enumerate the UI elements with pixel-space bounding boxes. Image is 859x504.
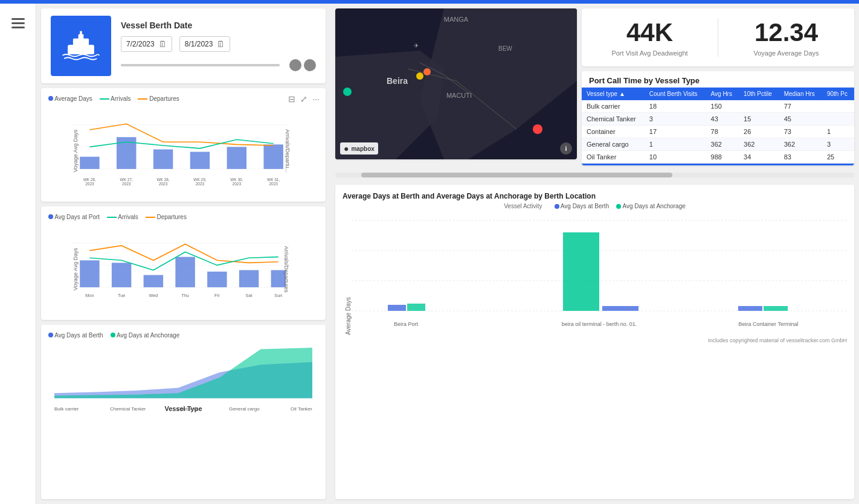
cell-count: 17 [645,126,706,138]
chart1-y-label: Voyage Avg Days [72,129,79,171]
col-10th-pctile: 10th Pctile [739,88,779,100]
svg-rect-41 [239,270,259,287]
svg-rect-38 [144,275,163,287]
cell-vessel-type: Chemical Tanker [582,113,645,126]
cell-count: 1 [645,138,706,151]
col-count: Count Berth Visits [645,88,706,100]
hamburger-menu[interactable] [7,13,30,33]
cell-median: 45 [779,113,822,126]
col-vessel-type: Vessel type ▲ [582,88,645,100]
col-90th-pc: 90th Pc [822,88,854,100]
end-date-input[interactable]: 8/1/2023 🗓 [179,36,231,52]
vessel-table: Vessel type ▲ Count Berth Visits Avg Hrs… [582,88,854,165]
content-area: Vessel Berth Date 7/2/2023 🗓 8/1/2023 🗓 [36,4,859,504]
cell-median: 362 [779,138,822,151]
svg-text:Beira Port: Beira Port [394,321,419,327]
svg-rect-37 [112,263,131,287]
cell-p10: 15 [739,113,779,126]
vessel-type-table-card: Port Call Time by Vessel Type Vessel typ… [582,71,854,165]
start-date-input[interactable]: 7/2/2023 🗓 [121,36,172,52]
x-label-oil: Oil Tanker [291,406,312,412]
legend-dot-anchorage-bottom: Avg Days at Anchorage [616,203,686,209]
svg-rect-39 [175,257,195,287]
table-row: Oil Tanker 10 988 34 83 25 [582,151,854,164]
stat-avgdays-value: 12.34 [754,18,818,47]
sidebar [0,4,36,504]
cell-p90: 25 [822,151,854,164]
cell-p90: 3 [822,138,854,151]
legend-dot-berth: Avg Days at Berth [48,332,103,339]
more-icon[interactable]: ··· [312,94,320,104]
x-label-container: Container [177,406,198,412]
expand-icon[interactable]: ⤢ [300,94,307,104]
svg-rect-3 [80,31,82,36]
date-filter: Vessel Berth Date 7/2/2023 🗓 8/1/2023 🗓 [121,21,316,71]
cell-p10 [739,100,779,113]
stat-deadweight: 44K Port Visit Avg Deadweight [596,18,703,57]
svg-point-58 [533,124,542,134]
map-background: MANGA BEW ✈ Beira MACUTI [335,8,577,159]
svg-rect-68 [563,232,599,311]
chart1-svg: 20 0 15 0 [72,107,288,194]
table-header-row: Vessel type ▲ Count Berth Visits Avg Hrs… [582,88,854,100]
legend-line-departures2: Departures [146,214,187,220]
legend-line-arrivals: Arrivals [100,95,131,102]
chart2-legend: Avg Days at Port Arrivals Departures [48,214,318,220]
x-label-chemical: Chemical Tanker [110,406,146,412]
svg-text:MACUTI: MACUTI [446,92,472,99]
bottom-chart-y-label: Average Days [343,214,352,335]
date-slider[interactable] [121,64,280,66]
cell-vessel-type: Oil Tanker [582,151,645,164]
bottom-chart-svg: 100 50 0 [352,214,847,335]
svg-text:Sun: Sun [274,293,282,298]
legend-dot-berth-bottom: Avg Days at Berth [555,203,610,209]
table-title: Port Call Time by Vessel Type [582,71,854,88]
svg-text:BEW: BEW [498,45,512,52]
svg-rect-69 [602,306,639,311]
svg-text:Beira: Beira [387,76,408,86]
svg-text:2023: 2023 [85,182,94,186]
svg-text:2023: 2023 [233,182,242,186]
table-row: General cargo 1 362 362 362 3 [582,138,854,151]
filter-icon[interactable]: ⊟ [288,94,295,104]
mapbox-logo: ● mapbox [340,142,378,155]
stat-deadweight-value: 44K [626,18,673,47]
svg-rect-16 [263,144,283,169]
svg-text:2023: 2023 [122,182,131,186]
bottom-chart-legend: Vessel Activity Avg Days at Berth Avg Da… [343,203,847,209]
stat-avgdays: 12.34 Voyage Average Days [733,18,840,57]
mapbox-info-button[interactable]: i [560,142,572,155]
cell-total-avg: 296 [706,164,739,166]
cell-median: 73 [779,126,822,138]
cell-avg: 78 [706,126,739,138]
cell-count: 18 [645,100,706,113]
header-card: Vessel Berth Date 7/2/2023 🗓 8/1/2023 🗓 [41,8,326,83]
bottom-chart-card: Average Days at Berth and Average Days a… [335,185,854,499]
cell-p10: 34 [739,151,779,164]
stat-avgdays-label: Voyage Average Days [753,49,819,57]
stat-deadweight-label: Port Visit Avg Deadweight [611,49,687,57]
left-column: Vessel Berth Date 7/2/2023 🗓 8/1/2023 🗓 [36,4,330,504]
legend-dot-anchorage: Avg Days at Anchorage [111,332,180,339]
chart2-y-label-right: Arrivals/Departures [283,246,289,292]
vessel-activity-label: Vessel Activity [504,203,542,209]
svg-rect-70 [738,306,762,311]
vessel-icon [51,16,111,76]
cell-avg: 150 [706,100,739,113]
horizontal-scrollbar[interactable] [335,173,854,177]
slider-handle-right[interactable] [304,59,316,71]
calendar-icon-end: 🗓 [216,39,225,49]
svg-text:Thu: Thu [181,293,189,298]
slider-handle-left[interactable] [289,59,301,71]
table-total-row: Total 49 296 76 3 [582,164,854,166]
table-row: Bulk carrier 18 150 77 [582,100,854,113]
area-chart-card: Avg Days at Berth Avg Days at Anchorage [41,325,326,499]
svg-text:2023: 2023 [159,182,168,186]
svg-point-57 [343,88,352,96]
svg-point-55 [423,68,431,75]
legend-dot-avgport: Avg Days at Port [48,214,100,220]
cell-count: 3 [645,113,706,126]
x-label-bulk: Bulk carrier [54,406,79,412]
svg-rect-40 [207,272,227,287]
svg-text:Mon: Mon [85,293,94,298]
